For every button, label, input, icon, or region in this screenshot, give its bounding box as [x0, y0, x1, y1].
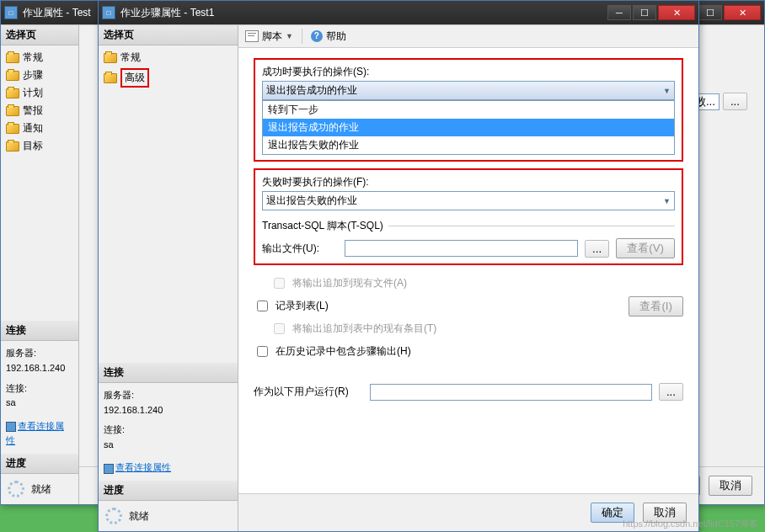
conn-value: sa [104, 438, 233, 453]
folder-icon [6, 53, 19, 63]
select-page-header: 选择页 [1, 25, 78, 45]
output-file-row: 输出文件(U): ... 查看(V) [262, 238, 675, 258]
help-icon: ? [311, 30, 323, 42]
output-file-input[interactable] [345, 240, 578, 257]
option-next-step[interactable]: 转到下一步 [263, 101, 674, 119]
progress-header: 进度 [1, 454, 78, 474]
append-table-row: 将输出追加到表中的现有条目(T) [270, 317, 683, 340]
folder-icon [104, 73, 117, 83]
connection-header: 连接 [99, 363, 238, 383]
server-label: 服务器: [6, 346, 73, 361]
append-table-label: 将输出追加到表中的现有条目(T) [292, 322, 436, 336]
folder-icon [6, 88, 19, 98]
fail-dropdown[interactable]: 退出报告失败的作业 [262, 191, 675, 210]
include-history-checkbox[interactable] [257, 346, 268, 357]
close-button[interactable]: ✕ [724, 5, 761, 20]
connection-info: 服务器: 192.168.1.240 连接: sa 查看连接属性 [99, 383, 238, 481]
nav-general[interactable]: 常规 [100, 49, 236, 66]
append-table-checkbox [274, 323, 285, 334]
maximize-button[interactable]: ☐ [698, 5, 722, 20]
connection-header: 连接 [1, 321, 78, 341]
nav-schedules[interactable]: 计划 [3, 84, 77, 102]
append-file-label: 将输出追加到现有文件(A) [292, 276, 407, 290]
ok-button[interactable]: 确定 [591, 503, 634, 523]
app-icon: □ [102, 6, 115, 19]
log-table-checkbox[interactable] [257, 301, 268, 311]
nav-list: 常规 步骤 计划 警报 通知 目标 [1, 45, 78, 158]
view-connection-link[interactable]: 查看连接属性 [115, 462, 171, 472]
server-value: 192.168.1.240 [6, 361, 73, 376]
run-as-row: 作为以下用户运行(R) ... [254, 383, 683, 401]
help-label[interactable]: 帮助 [326, 29, 346, 44]
nav-notifications[interactable]: 通知 [3, 120, 77, 137]
run-as-input[interactable] [370, 384, 652, 401]
titlebar[interactable]: □ 作业步骤属性 - Test1 ─ ☐ ✕ [99, 1, 698, 24]
option-quit-success[interactable]: 退出报告成功的作业 [263, 119, 674, 136]
progress-header: 进度 [99, 481, 238, 501]
toolbar: 脚本 ▼ ? 帮助 [238, 25, 698, 48]
bg-browse[interactable]: ... [723, 93, 747, 110]
server-label: 服务器: [104, 388, 233, 403]
view-output-button[interactable]: 查看(V) [616, 238, 675, 258]
nav-steps[interactable]: 步骤 [3, 66, 77, 84]
script-label[interactable]: 脚本 [262, 29, 282, 44]
select-page-header: 选择页 [99, 25, 238, 45]
window-title: 作业步骤属性 - Test1 [120, 6, 607, 20]
maximize-button[interactable]: ☐ [633, 5, 656, 20]
folder-icon [6, 106, 19, 116]
left-panel: 选择页 常规 高级 连接 服务器: 192.168.1.240 连接: sa 查… [99, 25, 238, 531]
run-as-browse-button[interactable]: ... [659, 383, 683, 401]
nav-targets[interactable]: 目标 [3, 137, 77, 155]
close-button[interactable]: ✕ [658, 5, 695, 20]
include-history-row: 在历史记录中包含步骤输出(H) [254, 340, 683, 363]
nav-alerts[interactable]: 警报 [3, 102, 77, 120]
progress-block: 就绪 [99, 501, 238, 531]
progress-block: 就绪 [1, 474, 78, 504]
fail-label: 失败时要执行的操作(F): [262, 175, 675, 189]
spinner-icon [8, 481, 24, 497]
left-panel: 选择页 常规 步骤 计划 警报 通知 目标 连接 服务器: 192.168.1.… [1, 25, 79, 504]
nav-general[interactable]: 常规 [3, 49, 77, 66]
ready-label: 就绪 [129, 509, 149, 524]
folder-icon [6, 141, 19, 152]
tsql-section: Transact-SQL 脚本(T-SQL) [262, 219, 675, 233]
output-file-label: 输出文件(U): [262, 242, 338, 256]
link-icon [104, 464, 114, 474]
folder-icon [6, 124, 19, 134]
folder-icon [6, 71, 19, 81]
conn-label: 连接: [6, 381, 73, 396]
log-table-row: 记录到表(L) [254, 295, 629, 317]
folder-icon [104, 53, 117, 63]
footer: 确定 取消 [238, 493, 698, 531]
success-dropdown-list: 转到下一步 退出报告成功的作业 退出报告失败的作业 [262, 100, 675, 155]
success-dropdown[interactable]: 退出报告成功的作业 [262, 81, 675, 100]
option-quit-failure[interactable]: 退出报告失败的作业 [263, 136, 674, 154]
success-label: 成功时要执行的操作(S): [262, 65, 675, 79]
view-table-button[interactable]: 查看(I) [629, 296, 683, 317]
job-step-properties-window: □ 作业步骤属性 - Test1 ─ ☐ ✕ 选择页 常规 高级 连接 服务器:… [98, 0, 699, 532]
browse-button[interactable]: ... [585, 240, 609, 258]
nav-list: 常规 高级 [99, 45, 238, 93]
link-icon [6, 422, 16, 432]
cancel-button[interactable]: 取消 [709, 476, 752, 496]
dropdown-arrow-icon[interactable]: ▼ [286, 32, 293, 40]
script-icon [245, 30, 259, 42]
ready-label: 就绪 [31, 482, 51, 497]
append-file-row: 将输出追加到现有文件(A) [270, 272, 683, 295]
cancel-button[interactable]: 取消 [643, 503, 687, 523]
nav-advanced[interactable]: 高级 [100, 66, 236, 89]
conn-value: sa [6, 396, 73, 411]
app-icon: □ [4, 6, 18, 19]
log-table-label: 记录到表(L) [276, 299, 329, 313]
append-file-checkbox [274, 278, 285, 289]
minimize-button[interactable]: ─ [607, 5, 631, 20]
right-panel: 脚本 ▼ ? 帮助 成功时要执行的操作(S): 退出报告成功的作业 转到下一步 … [238, 25, 698, 531]
connection-info: 服务器: 192.168.1.240 连接: sa 查看连接属性 [1, 341, 78, 454]
include-history-label: 在历史记录中包含步骤输出(H) [276, 344, 411, 359]
failure-action-group: 失败时要执行的操作(F): 退出报告失败的作业 Transact-SQL 脚本(… [254, 168, 683, 265]
server-value: 192.168.1.240 [104, 403, 233, 418]
content-area: 成功时要执行的操作(S): 退出报告成功的作业 转到下一步 退出报告成功的作业 … [238, 48, 698, 493]
conn-label: 连接: [104, 423, 233, 438]
separator [302, 29, 302, 44]
spinner-icon [105, 508, 122, 524]
